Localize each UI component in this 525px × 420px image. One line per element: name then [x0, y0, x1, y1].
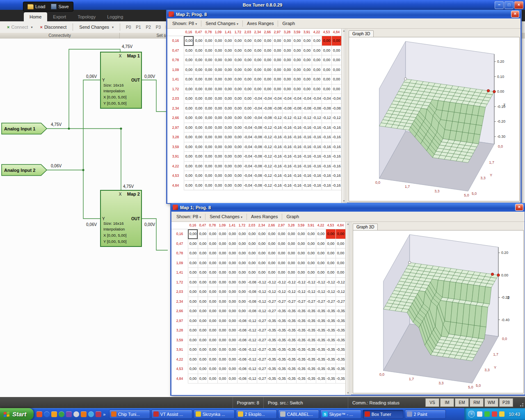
map-cell[interactable]: 0,00: [326, 249, 336, 258]
map-cell[interactable]: -0,35: [286, 374, 296, 384]
row-header[interactable]: 1,72: [167, 84, 184, 94]
map-cell[interactable]: 0,00: [306, 229, 316, 239]
col-header[interactable]: 2,34: [257, 222, 267, 229]
grid-corner[interactable]: [171, 222, 188, 229]
map-cell[interactable]: -0,12: [247, 374, 257, 384]
map-cell[interactable]: -0,08: [237, 364, 247, 374]
map-cell[interactable]: -0,35: [276, 306, 286, 316]
close-button[interactable]: [515, 204, 523, 211]
map-cell[interactable]: 0,00: [282, 55, 292, 65]
map-cell[interactable]: -0,12: [316, 287, 326, 297]
map-cell[interactable]: 0,00: [322, 55, 331, 65]
graph-menu[interactable]: Graph: [284, 213, 301, 220]
map-cell[interactable]: 0,00: [198, 326, 208, 336]
map-cell[interactable]: 0,00: [233, 36, 243, 46]
map-cell[interactable]: -0,08: [322, 104, 331, 114]
map-cell[interactable]: -0,35: [267, 326, 276, 336]
map-cell[interactable]: 0,00: [322, 75, 331, 84]
map-cell[interactable]: 0,00: [282, 36, 292, 46]
map-cell[interactable]: -0,12: [306, 287, 316, 297]
map-cell[interactable]: -0,35: [326, 374, 336, 384]
map-cell[interactable]: 0,00: [296, 229, 306, 239]
row-header[interactable]: 0,47: [167, 46, 184, 56]
start-button[interactable]: Start: [0, 408, 34, 420]
map-cell[interactable]: -0,04: [243, 162, 253, 171]
col-header[interactable]: 1,41: [227, 222, 237, 229]
map-cell[interactable]: -0,16: [272, 132, 282, 142]
map-cell[interactable]: 0,00: [322, 46, 331, 56]
map-cell[interactable]: -0,12: [247, 326, 257, 336]
row-header[interactable]: 4,22: [167, 162, 184, 171]
map-cell[interactable]: -0,12: [336, 287, 345, 297]
map-cell[interactable]: 0,00: [208, 229, 217, 239]
map-cell[interactable]: 0,00: [253, 84, 262, 94]
map-cell[interactable]: -0,27: [326, 297, 336, 307]
map-cell[interactable]: -0,04: [243, 181, 253, 191]
map-cell[interactable]: 0,00: [267, 249, 276, 258]
map-cell[interactable]: 0,00: [213, 181, 223, 191]
map-cell[interactable]: 0,00: [217, 278, 227, 288]
col-header[interactable]: 4,84: [336, 222, 345, 229]
map-cell[interactable]: -0,35: [306, 306, 316, 316]
tray-icon[interactable]: [477, 411, 482, 417]
map-cell[interactable]: 0,00: [184, 171, 194, 181]
map-cell[interactable]: 0,00: [312, 46, 322, 56]
map-cell[interactable]: 0,00: [198, 374, 208, 384]
map-cell[interactable]: 0,00: [208, 345, 217, 355]
map-cell[interactable]: 0,00: [203, 65, 213, 75]
map-cell[interactable]: -0,16: [302, 162, 312, 171]
row-header[interactable]: 4,22: [171, 355, 188, 365]
window-titlebar[interactable]: Map 2; Prog. 8: [167, 10, 520, 18]
col-header[interactable]: 0,78: [208, 222, 217, 229]
map-cell[interactable]: -0,04: [282, 94, 292, 104]
map-cell[interactable]: 0,00: [233, 142, 243, 152]
map-cell[interactable]: 0,00: [292, 55, 302, 65]
map-cell[interactable]: 0,00: [223, 132, 233, 142]
map-cell[interactable]: 0,00: [203, 84, 213, 94]
map-cell[interactable]: -0,16: [282, 132, 292, 142]
minimize-button[interactable]: [495, 1, 504, 9]
send-changes-menu[interactable]: Send Changes: [207, 213, 245, 220]
map-cell[interactable]: -0,35: [336, 336, 345, 345]
row-header[interactable]: 2,97: [171, 316, 188, 326]
map-cell[interactable]: -0,35: [316, 326, 326, 336]
map-cell[interactable]: -0,16: [282, 123, 292, 133]
map-cell[interactable]: -0,35: [276, 326, 286, 336]
map-cell[interactable]: 0,00: [267, 268, 276, 278]
map-cell[interactable]: -0,16: [331, 132, 341, 142]
map-cell[interactable]: 0,00: [331, 55, 341, 65]
map-cell[interactable]: -0,16: [322, 123, 331, 133]
window-titlebar[interactable]: Map 1; Prog. 8: [171, 203, 525, 212]
map-cell[interactable]: -0,12: [282, 113, 292, 123]
map-cell[interactable]: -0,35: [306, 316, 316, 326]
map-cell[interactable]: 0,00: [184, 65, 194, 75]
map-cell[interactable]: 0,00: [198, 229, 208, 239]
map-cell[interactable]: 0,00: [194, 132, 203, 142]
map-cell[interactable]: 0,00: [243, 113, 253, 123]
map-cell[interactable]: 0,00: [296, 239, 306, 249]
map-cell[interactable]: -0,35: [276, 336, 286, 345]
map-cell[interactable]: -0,35: [306, 355, 316, 365]
map-cell[interactable]: 0,00: [208, 239, 217, 249]
row-header[interactable]: 2,66: [167, 113, 184, 123]
map-cell[interactable]: 0,00: [247, 258, 257, 268]
map-cell[interactable]: 0,00: [276, 249, 286, 258]
map-cell[interactable]: 0,00: [223, 152, 233, 162]
map-cell[interactable]: 0,00: [237, 239, 247, 249]
quicklaunch-icon[interactable]: [66, 411, 72, 417]
tray-icon[interactable]: [484, 411, 490, 417]
map-cell[interactable]: -0,12: [262, 162, 272, 171]
map-cell[interactable]: -0,16: [302, 142, 312, 152]
map-cell[interactable]: 0,00: [243, 46, 253, 56]
map-cell[interactable]: -0,04: [243, 132, 253, 142]
map-cell[interactable]: -0,35: [276, 374, 286, 384]
map-cell[interactable]: 0,00: [198, 316, 208, 326]
map-cell[interactable]: 0,00: [194, 142, 203, 152]
quicklaunch-icon[interactable]: [59, 411, 64, 417]
map-cell[interactable]: -0,12: [306, 278, 316, 288]
map-cell[interactable]: 0,00: [208, 258, 217, 268]
map-cell[interactable]: -0,12: [316, 278, 326, 288]
map-cell[interactable]: 0,00: [208, 316, 217, 326]
close-button[interactable]: [514, 1, 523, 9]
map-cell[interactable]: 0,00: [194, 36, 203, 46]
